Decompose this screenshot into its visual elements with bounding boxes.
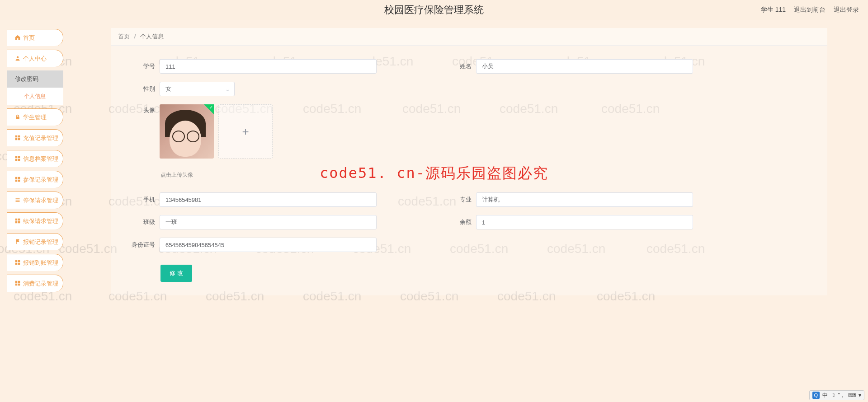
svg-rect-20 [18, 221, 20, 224]
svg-rect-1 [16, 117, 19, 119]
svg-rect-16 [16, 201, 20, 202]
breadcrumb-home[interactable]: 首页 [118, 33, 130, 40]
grid-icon [15, 177, 20, 182]
svg-rect-6 [15, 156, 18, 159]
label-avatar: 头像 [129, 104, 155, 114]
major-input[interactable] [476, 192, 693, 207]
ime-toolbar[interactable]: Q 中 ☽ "， ⌨ ▾ [809, 390, 864, 400]
label-name: 姓名 [445, 62, 472, 70]
svg-rect-26 [18, 281, 20, 283]
topbar: 校园医疗保险管理系统 学生 111 退出到前台 退出登录 [0, 0, 868, 20]
svg-rect-12 [15, 180, 18, 182]
svg-rect-25 [15, 281, 18, 283]
sidebar-item-password[interactable]: 修改密码 [7, 70, 63, 88]
name-input[interactable] [476, 59, 693, 74]
label-major: 专业 [445, 196, 472, 204]
sidebar-item-reimburse[interactable]: 报销记录管理 [7, 233, 63, 250]
balance-input[interactable] [476, 215, 693, 229]
svg-rect-21 [15, 260, 18, 262]
label-phone: 手机 [129, 196, 155, 204]
list-icon [15, 197, 20, 203]
svg-rect-15 [16, 200, 20, 201]
svg-rect-18 [18, 219, 20, 221]
avatar[interactable] [160, 104, 214, 159]
svg-rect-7 [18, 156, 20, 159]
label-student-id: 学号 [129, 62, 155, 70]
sidebar-item-profile[interactable]: 个人信息 [7, 88, 63, 105]
submit-button[interactable]: 修 改 [160, 265, 192, 282]
sidebar-item-archives[interactable]: 信息档案管理 [7, 150, 63, 167]
ime-logo-icon: Q [812, 392, 820, 399]
svg-rect-27 [15, 284, 18, 286]
breadcrumb-sep: / [134, 33, 136, 40]
phone-input[interactable] [160, 192, 377, 207]
class-input[interactable] [160, 215, 377, 229]
user-info[interactable]: 学生 111 [761, 6, 786, 14]
upload-tip: 点击上传头像 [160, 171, 809, 179]
svg-rect-4 [15, 138, 18, 140]
svg-point-0 [17, 56, 19, 59]
upload-avatar-button[interactable]: + [218, 104, 273, 159]
grid-icon [15, 218, 20, 224]
sidebar-item-stop[interactable]: 停保请求管理 [7, 192, 63, 209]
ime-lang[interactable]: 中 [822, 392, 828, 399]
breadcrumb-current: 个人信息 [140, 33, 164, 40]
gender-select[interactable]: ⌄ [160, 82, 235, 96]
svg-rect-9 [18, 159, 20, 161]
svg-rect-14 [16, 198, 20, 199]
grid-icon [15, 135, 20, 140]
breadcrumb: 首页 / 个人信息 [111, 28, 827, 46]
chevron-down-icon: ⌄ [225, 86, 230, 93]
sidebar-item-recharge[interactable]: 充值记录管理 [7, 129, 63, 146]
link-exit-front[interactable]: 退出到前台 [794, 6, 826, 14]
sidebar-item-insurance[interactable]: 参保记录管理 [7, 171, 63, 188]
plus-icon: + [242, 125, 249, 139]
svg-rect-23 [15, 263, 18, 265]
svg-rect-2 [15, 136, 18, 138]
svg-rect-17 [15, 219, 18, 221]
grid-icon [15, 280, 20, 286]
svg-rect-24 [18, 263, 20, 265]
svg-rect-19 [15, 221, 18, 224]
chevron-down-icon[interactable]: ▾ [859, 392, 861, 398]
svg-rect-5 [18, 138, 20, 140]
comma-icon[interactable]: "， [838, 392, 845, 399]
sidebar-item-arrival[interactable]: 报销到账管理 [7, 254, 63, 271]
flag-icon [15, 239, 20, 244]
sidebar-item-home[interactable]: 首页 [7, 29, 63, 46]
sidebar-item-student[interactable]: 学生管理 [7, 108, 63, 126]
label-class: 班级 [129, 218, 155, 226]
user-icon [15, 56, 20, 61]
link-logout[interactable]: 退出登录 [834, 6, 859, 14]
moon-icon[interactable]: ☽ [830, 392, 835, 398]
student-id-input[interactable] [160, 59, 377, 74]
label-idcard: 身份证号 [129, 241, 155, 249]
idcard-input[interactable] [160, 238, 377, 252]
svg-rect-10 [15, 177, 18, 179]
label-gender: 性别 [129, 85, 155, 93]
sidebar-item-personal[interactable]: 个人中心 [7, 50, 63, 67]
sidebar-item-consume[interactable]: 消费记录管理 [7, 275, 63, 292]
svg-rect-8 [15, 159, 18, 161]
page-title: 校园医疗保险管理系统 [384, 3, 484, 17]
label-balance: 余额 [445, 218, 472, 226]
svg-rect-28 [18, 284, 20, 286]
svg-rect-11 [18, 177, 20, 179]
sidebar: 首页 个人中心 修改密码 个人信息 学生管理 充值记录管理 信息档案管理 参保记… [0, 20, 70, 402]
svg-rect-22 [18, 260, 20, 262]
svg-rect-3 [18, 136, 20, 138]
svg-rect-13 [18, 180, 20, 182]
grid-icon [15, 156, 20, 161]
grid-icon [15, 260, 20, 265]
home-icon [15, 35, 20, 40]
sidebar-item-renew[interactable]: 续保请求管理 [7, 212, 63, 229]
keyboard-icon[interactable]: ⌨ [848, 392, 856, 398]
lock-icon [15, 114, 20, 120]
